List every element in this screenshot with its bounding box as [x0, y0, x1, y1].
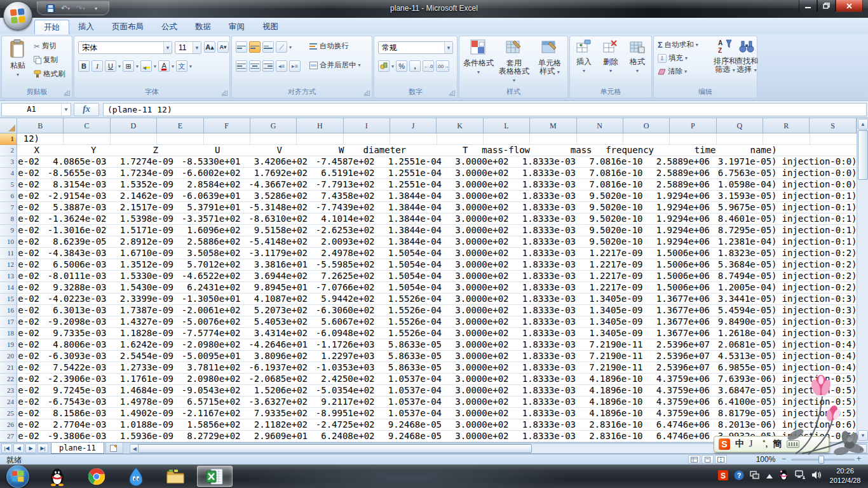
- row-header-3[interactable]: 3: [0, 156, 17, 168]
- sheet-row-15[interactable]: e-02-4.0223e-032.3399e-09-1.3050e+014.10…: [17, 294, 857, 305]
- find-select-button[interactable]: 查找和选择 ▾: [734, 39, 759, 74]
- row-header-2[interactable]: 2: [0, 145, 17, 156]
- column-header-G[interactable]: G: [250, 118, 297, 133]
- column-header-N[interactable]: N: [577, 118, 623, 133]
- zoom-out-button[interactable]: −: [782, 456, 788, 463]
- taskbar-item-qq[interactable]: [39, 466, 75, 487]
- row-header-15[interactable]: 15: [0, 294, 17, 305]
- decrease-decimal-button[interactable]: .00→: [436, 60, 449, 72]
- percent-style-button[interactable]: %: [396, 60, 407, 72]
- tray-windows-icon[interactable]: [750, 471, 760, 482]
- taskbar-item-chrome[interactable]: [79, 466, 114, 487]
- align-left-button[interactable]: [236, 60, 247, 72]
- sheet-row-13[interactable]: e-02-8.0111e-031.5330e-09-4.6522e+023.69…: [17, 271, 857, 282]
- row-header-16[interactable]: 16: [0, 305, 17, 316]
- page-layout-view-button[interactable]: [702, 455, 714, 464]
- taskbar-item-excel[interactable]: [197, 466, 233, 487]
- italic-button[interactable]: I: [92, 60, 103, 72]
- ribbon-tab-审阅[interactable]: 审阅: [220, 20, 254, 34]
- phonetic-guide-button[interactable]: 文: [176, 60, 187, 72]
- sheet-row-4[interactable]: e-02-8.5655e-031.7234e-09-6.6002e+021.76…: [17, 168, 857, 179]
- row-header-10[interactable]: 10: [0, 236, 17, 248]
- row-header-1[interactable]: 1: [0, 133, 17, 145]
- sheet-row-23[interactable]: e-029.7245e-031.4684e-09-9.0543e+021.520…: [17, 385, 857, 396]
- office-button[interactable]: [3, 1, 32, 30]
- format-painter-button[interactable]: 格式刷: [34, 69, 65, 79]
- previous-sheet-button[interactable]: ◀: [13, 444, 24, 453]
- ime-keyboard-icon[interactable]: [787, 440, 799, 448]
- align-top-button[interactable]: [236, 41, 247, 53]
- ime-mode-chinese[interactable]: 中: [735, 438, 744, 450]
- column-header-E[interactable]: E: [157, 118, 203, 133]
- name-box[interactable]: A1▼: [1, 103, 71, 116]
- conditional-formatting-button[interactable]: 条件格式▾: [462, 39, 495, 76]
- sheet-row-22[interactable]: e-02-2.3906e-031.1761e-092.0980e+02-2.06…: [17, 374, 857, 385]
- column-header-R[interactable]: R: [763, 118, 810, 133]
- row-header-20[interactable]: 20: [0, 351, 17, 362]
- column-header-B[interactable]: B: [17, 118, 64, 133]
- column-header-J[interactable]: J: [390, 118, 437, 133]
- row-header-26[interactable]: 26: [0, 419, 17, 431]
- sheet-row-10[interactable]: e-028.6239e-052.8912e-092.5886e+02-5.414…: [17, 236, 857, 248]
- fill-button[interactable]: ⇩填充▾: [658, 53, 688, 63]
- ribbon-tab-页面布局[interactable]: 页面布局: [103, 20, 153, 34]
- increase-decimal-button[interactable]: ←.0: [423, 60, 434, 72]
- column-header-F[interactable]: F: [204, 118, 250, 133]
- ime-simplified-toggle[interactable]: 簡: [773, 438, 782, 450]
- sheet-row-6[interactable]: e-02-2.9154e-032.1462e-09-6.0639e+013.52…: [17, 191, 857, 202]
- first-sheet-button[interactable]: |◀: [1, 444, 12, 453]
- sheet-row-24[interactable]: e-02-6.7543e-031.4978e-096.5715e+02-3.63…: [17, 396, 857, 408]
- paste-button[interactable]: 粘贴▾: [3, 39, 32, 79]
- normal-view-button[interactable]: [688, 455, 700, 464]
- clear-button[interactable]: 清除▾: [658, 67, 687, 76]
- row-header-18[interactable]: 18: [0, 328, 17, 339]
- column-header-I[interactable]: I: [344, 118, 390, 133]
- align-middle-button[interactable]: [249, 41, 261, 53]
- chevron-down-icon[interactable]: ▼: [193, 42, 201, 53]
- sheet-row-11[interactable]: e-02-4.3843e-031.6710e-093.5058e+02-3.11…: [17, 248, 857, 259]
- scroll-up-button[interactable]: ▲: [858, 119, 868, 130]
- font-dialog-launcher[interactable]: ◿: [222, 90, 227, 96]
- insert-worksheet-button[interactable]: [105, 443, 123, 454]
- row-header-13[interactable]: 13: [0, 271, 17, 282]
- copy-button[interactable]: 复制: [34, 55, 58, 65]
- sheet-row-7[interactable]: e-025.3887e-032.1517e-095.3791e+01-5.314…: [17, 202, 857, 214]
- sheet-row-12[interactable]: e-026.5006e-031.3512e-095.7012e+023.3816…: [17, 259, 857, 271]
- row-header-14[interactable]: 14: [0, 282, 17, 294]
- column-header-S[interactable]: S: [810, 118, 856, 133]
- page-break-view-button[interactable]: [715, 455, 727, 464]
- vertical-scroll-thumb[interactable]: [858, 130, 868, 180]
- close-button[interactable]: [836, 0, 863, 12]
- undo-button[interactable]: ↶▾: [59, 3, 72, 14]
- zoom-in-button[interactable]: +: [857, 456, 864, 463]
- insert-cells-button[interactable]: 插入▾: [571, 39, 597, 75]
- align-center-button[interactable]: [249, 60, 261, 72]
- autosum-button[interactable]: Σ自动求和▾: [658, 40, 698, 50]
- row-header-7[interactable]: 7: [0, 202, 17, 214]
- cell-styles-button[interactable]: 单元格样式 ▾: [533, 39, 566, 76]
- select-all-button[interactable]: [0, 118, 17, 133]
- row-header-8[interactable]: 8: [0, 214, 17, 225]
- row-header-17[interactable]: 17: [0, 316, 17, 328]
- underline-button[interactable]: U: [105, 60, 116, 72]
- row-header-11[interactable]: 11: [0, 248, 17, 259]
- number-dialog-launcher[interactable]: ◿: [449, 90, 455, 96]
- align-right-button[interactable]: [262, 60, 274, 72]
- scroll-right-button[interactable]: ▶: [857, 444, 867, 453]
- borders-button[interactable]: ⊞: [123, 60, 134, 72]
- sheet-row-16[interactable]: e-026.3013e-031.7387e-09-2.0061e+025.207…: [17, 305, 857, 316]
- column-header-C[interactable]: C: [64, 118, 110, 133]
- sheet-row-21[interactable]: e-027.5422e-031.2733e-093.7811e+02-6.193…: [17, 362, 857, 374]
- sheet-tab-plane-11[interactable]: plane-11: [51, 443, 104, 454]
- ribbon-tab-开始[interactable]: 开始: [34, 20, 69, 34]
- qat-customize-button[interactable]: ▾: [90, 3, 102, 14]
- row-header-12[interactable]: 12: [0, 259, 17, 271]
- number-format-combo[interactable]: 常规▼: [378, 41, 453, 54]
- next-sheet-button[interactable]: ▶: [25, 444, 36, 453]
- bold-button[interactable]: B: [78, 60, 90, 72]
- horizontal-scroll-thumb[interactable]: [138, 444, 532, 453]
- decrease-indent-button[interactable]: ◂≡: [276, 60, 287, 72]
- chevron-down-icon[interactable]: ▼: [444, 42, 452, 53]
- row-header-19[interactable]: 19: [0, 339, 17, 351]
- increase-indent-button[interactable]: ▸≡: [289, 60, 301, 72]
